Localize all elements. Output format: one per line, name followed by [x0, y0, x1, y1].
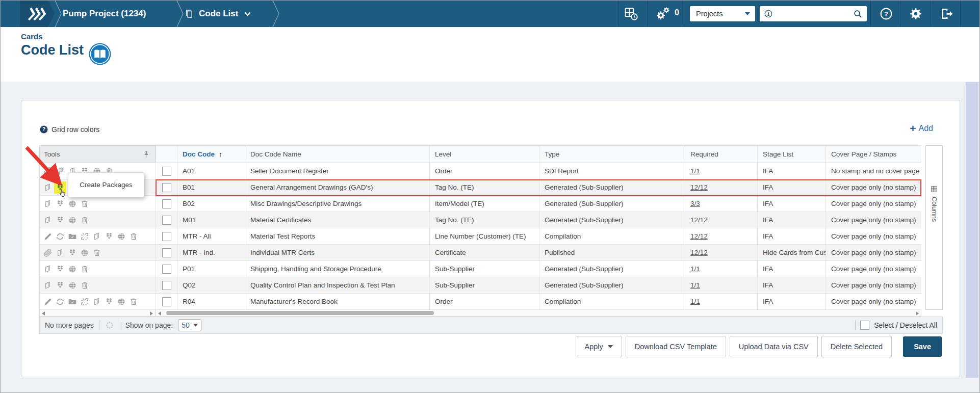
help-icon[interactable]: ?: [880, 7, 893, 20]
required-link[interactable]: 1/1: [690, 167, 700, 175]
globe-icon[interactable]: [80, 248, 89, 257]
delete-selected-button[interactable]: Delete Selected: [821, 336, 892, 357]
paperclip-icon[interactable]: [43, 167, 53, 176]
header-type[interactable]: Type: [539, 146, 685, 163]
columns-chooser-strip[interactable]: Columns: [925, 145, 943, 310]
add-button[interactable]: + Add: [910, 124, 933, 133]
unlink-icon[interactable]: [80, 297, 89, 306]
refresh-icon[interactable]: [56, 297, 65, 306]
globe-icon[interactable]: [117, 297, 126, 306]
packages-icon[interactable]: [56, 216, 65, 225]
trash-icon[interactable]: [129, 297, 138, 306]
table-row[interactable]: MTR - AllMaterial Test ReportsLine Numbe…: [156, 228, 921, 245]
row-checkbox[interactable]: [162, 167, 171, 176]
trash-icon[interactable]: [80, 281, 89, 290]
help-book-icon[interactable]: [88, 42, 112, 66]
copy-icon[interactable]: [43, 199, 53, 208]
trash-icon[interactable]: [80, 265, 89, 274]
main-menu-button[interactable]: [20, 1, 55, 27]
row-checkbox[interactable]: [162, 248, 171, 257]
packages-icon[interactable]: [68, 248, 77, 257]
copy-icon[interactable]: [43, 216, 53, 225]
gears-jobs-icon[interactable]: [655, 6, 672, 21]
page-size-select[interactable]: 50: [178, 319, 201, 331]
packages-icon-active[interactable]: [56, 183, 65, 192]
scroll-right-icon[interactable]: [150, 311, 153, 316]
row-checkbox[interactable]: [162, 265, 171, 274]
required-link[interactable]: 1/1: [690, 265, 700, 273]
breadcrumb-tab-project[interactable]: Pump Project (1234): [63, 1, 146, 27]
tools-horizontal-scrollbar[interactable]: [39, 310, 156, 317]
row-checkbox[interactable]: [162, 281, 171, 290]
header-required[interactable]: Required: [685, 146, 757, 163]
header-level[interactable]: Level: [429, 146, 539, 163]
required-link[interactable]: 12/12: [690, 184, 708, 191]
packages-icon[interactable]: [105, 232, 114, 241]
apply-button[interactable]: Apply: [576, 336, 622, 357]
packages-icon[interactable]: [56, 265, 65, 274]
grid-horizontal-scrollbar[interactable]: [156, 310, 921, 317]
unlink-icon[interactable]: [80, 232, 89, 241]
table-row[interactable]: B02Misc Drawings/Descriptive DrawingsIte…: [156, 196, 921, 212]
copy-icon[interactable]: [56, 248, 65, 257]
row-checkbox[interactable]: [162, 216, 171, 225]
header-doc-code-name[interactable]: Doc Code Name: [245, 146, 429, 163]
refresh-icon[interactable]: [56, 232, 65, 241]
row-checkbox[interactable]: [162, 183, 171, 192]
globe-icon[interactable]: [68, 281, 77, 290]
scroll-left-icon[interactable]: [158, 311, 161, 316]
logout-icon[interactable]: [940, 7, 954, 21]
globe-icon[interactable]: [68, 216, 77, 225]
scroll-right-icon[interactable]: [916, 311, 919, 316]
required-link[interactable]: 3/3: [690, 200, 700, 207]
send-folder-icon[interactable]: [68, 297, 77, 306]
table-row[interactable]: B01General Arrangement Drawings (GAD's)T…: [156, 179, 921, 196]
pin-icon[interactable]: [142, 150, 151, 159]
copy-icon[interactable]: [92, 297, 101, 306]
required-link[interactable]: 12/12: [690, 232, 708, 240]
copy-icon[interactable]: [43, 281, 53, 290]
packages-icon[interactable]: [56, 199, 65, 208]
globe-icon[interactable]: [117, 232, 126, 241]
required-link[interactable]: 1/1: [690, 298, 700, 305]
send-folder-icon[interactable]: [68, 232, 77, 241]
paperclip-icon[interactable]: [43, 248, 53, 257]
packages-icon[interactable]: [105, 297, 114, 306]
row-checkbox[interactable]: [162, 199, 171, 208]
trash-icon[interactable]: [92, 248, 101, 257]
copy-icon[interactable]: [43, 265, 53, 274]
table-row[interactable]: R04Manufacturer's Record BookOrderCompil…: [156, 294, 921, 310]
copy-icon[interactable]: [43, 183, 53, 192]
download-csv-template-button[interactable]: Download CSV Template: [626, 336, 726, 357]
globe-icon[interactable]: [68, 199, 77, 208]
required-link[interactable]: 12/12: [690, 216, 708, 224]
trash-icon[interactable]: [80, 216, 89, 225]
header-cover-page[interactable]: Cover Page / Stamps: [826, 146, 921, 163]
scrollbar-thumb[interactable]: [166, 311, 434, 315]
vertical-scrollbar[interactable]: [966, 82, 978, 378]
required-link[interactable]: 1/1: [690, 281, 700, 289]
packages-icon[interactable]: [56, 281, 65, 290]
upload-data-via-csv-button[interactable]: Upload Data via CSV: [730, 336, 818, 357]
trash-icon[interactable]: [129, 232, 138, 241]
table-row[interactable]: Q02Quality Control Plan and Inspection &…: [156, 277, 921, 294]
copy-icon[interactable]: [92, 232, 101, 241]
info-icon[interactable]: [764, 9, 773, 18]
pencil-icon[interactable]: [43, 232, 53, 241]
header-stage-list[interactable]: Stage List: [757, 146, 826, 163]
table-row[interactable]: P01Shipping, Handling and Storage Proced…: [156, 261, 921, 277]
pencil-icon[interactable]: [43, 297, 53, 306]
scroll-left-icon[interactable]: [42, 311, 45, 316]
grid-row-colors-legend[interactable]: ? Grid row colors: [39, 125, 99, 134]
search-input[interactable]: [776, 9, 850, 18]
required-link[interactable]: 12/12: [690, 249, 708, 256]
breadcrumb-tab-code-list[interactable]: Code List: [184, 1, 251, 27]
row-checkbox[interactable]: [162, 297, 171, 306]
table-row[interactable]: A01Seller Document RegisterOrderSDI Repo…: [156, 163, 921, 179]
gear-add-icon[interactable]: [56, 167, 65, 176]
select-all-checkbox[interactable]: [860, 321, 869, 330]
header-doc-code[interactable]: Doc Code ↑: [177, 146, 245, 163]
row-checkbox[interactable]: [162, 232, 171, 241]
search-icon[interactable]: [853, 9, 863, 19]
search-scope-select[interactable]: Projects: [690, 6, 755, 21]
